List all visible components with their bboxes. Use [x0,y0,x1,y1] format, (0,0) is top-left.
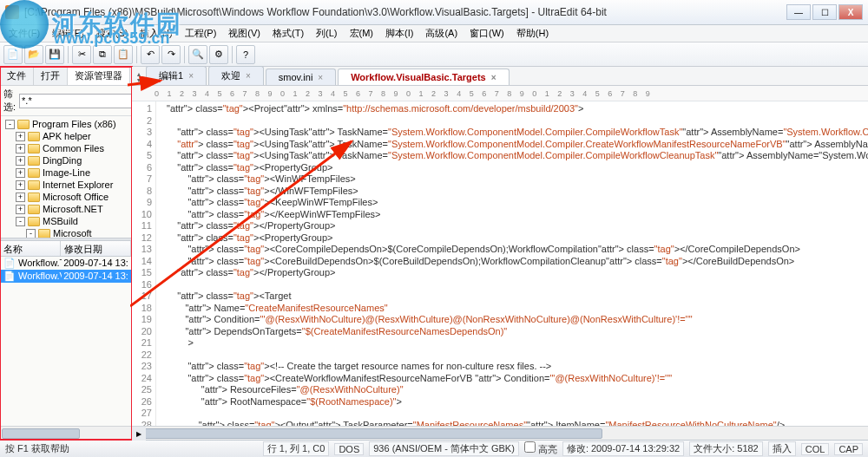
tree-node[interactable]: +Microsoft Office [2,191,129,203]
tree-node[interactable]: -Microsoft [2,227,129,238]
close-button[interactable]: X [838,4,863,20]
tool-find[interactable]: 🔍 [188,45,207,64]
tree-label: Microsoft Office [43,192,108,202]
highlight-checkbox[interactable] [524,441,536,453]
file-col-date[interactable]: 修改日期 [61,241,131,256]
folder-icon [28,132,40,141]
status-modified: 修改: 2009-07-14 13:29:32 [562,441,684,456]
app-icon [5,5,19,19]
tool-settings[interactable]: ⚙ [209,45,228,64]
editor-scroll-h[interactable]: ◀ ▶ [132,426,868,440]
status-eol: DOS [334,443,364,455]
file-list[interactable]: 📄 Workflow.Ta...2009-07-14 13:📄 Workflow… [0,257,131,427]
tree-toggle[interactable]: + [16,156,25,166]
title-bar: [C:\Program Files (x86)\MSBuild\Microsof… [0,0,868,25]
menu-4[interactable]: 工程(P) [180,25,222,42]
editor-tab-0[interactable]: 编辑1× [146,66,207,85]
tree-toggle[interactable]: - [16,217,25,226]
tab-close-icon[interactable]: × [491,73,496,82]
editor-tab-2[interactable]: smov.ini× [266,69,336,85]
menu-0[interactable]: 文件(F) [3,25,45,42]
code-editor[interactable]: "attr"> class="tag"><Project"attr"> xmln… [156,101,868,426]
menu-8[interactable]: 宏(M) [345,25,379,42]
status-position: 行 1, 列 1, C0 [263,441,330,456]
status-filesize: 文件大小: 5182 [689,441,763,456]
status-insert[interactable]: 插入 [768,441,796,456]
tree-node[interactable]: +Image-Line [2,166,129,179]
tree-toggle[interactable]: + [16,168,25,178]
status-col: COL [801,443,830,455]
folder-icon [28,205,40,214]
folder-tree[interactable]: -Program Files (x86)+APK helper+Common F… [0,116,131,238]
menu-7[interactable]: 列(L) [311,25,342,42]
tree-label: Program Files (x86) [32,119,116,129]
tree-node[interactable]: -Program Files (x86) [2,118,129,130]
menu-9[interactable]: 脚本(I) [380,25,418,42]
file-date: 2009-07-14 13: [62,271,129,282]
menu-5[interactable]: 视图(V) [223,25,266,42]
tree-toggle[interactable]: + [16,180,25,190]
side-tab-2[interactable]: 资源管理器 [68,67,130,85]
status-encoding: 936 (ANSI/OEM - 简体中文 GBK) [369,441,519,456]
menu-12[interactable]: 帮助(H) [511,25,554,42]
sidebar: 文件打开资源管理器 筛选: ▸ ↻ -Program Files (x86)+A… [0,67,132,440]
status-help: 按 F1 获取帮助 [5,442,69,455]
folder-icon [28,156,40,166]
folder-icon [38,229,50,238]
folder-icon [28,180,40,190]
sidebar-scroll-h[interactable] [0,426,131,440]
maximize-button[interactable]: ☐ [812,4,837,20]
tree-node[interactable]: +DingDing [2,154,129,166]
filter-input[interactable] [19,94,144,108]
tree-toggle[interactable]: - [5,120,15,129]
tree-label: Image-Line [43,167,90,178]
tab-close-icon[interactable]: × [188,71,194,81]
tool-open[interactable]: 📂 [24,45,43,64]
tree-label: APK helper [43,131,91,141]
folder-icon [28,193,40,202]
tree-label: Microsoft.NET [43,204,103,214]
tree-toggle[interactable]: + [16,132,25,141]
status-highlight: 高亮 [524,441,557,456]
tab-close-icon[interactable]: × [318,73,323,82]
watermark-url: www.pc0359.cn [54,29,169,48]
tree-node[interactable]: +Internet Explorer [2,179,129,191]
file-col-name[interactable]: 名称 [0,241,61,256]
tool-help[interactable]: ? [236,45,255,64]
tree-toggle[interactable]: + [16,144,25,153]
side-tab-1[interactable]: 打开 [34,67,68,85]
tree-toggle[interactable]: + [16,205,25,214]
tab-nav-buttons[interactable]: ▲▼ [134,69,144,85]
tool-new[interactable]: 📄 [3,45,23,64]
tree-node[interactable]: +Microsoft.NET [2,203,129,215]
editor-tab-1[interactable]: 欢迎× [208,66,264,85]
tree-toggle[interactable]: - [26,229,36,238]
tab-close-icon[interactable]: × [246,71,251,81]
tree-label: Internet Explorer [43,180,113,190]
folder-icon [28,168,40,178]
side-tab-0[interactable]: 文件 [0,67,34,85]
status-cap: CAP [834,443,863,455]
menu-6[interactable]: 格式(T) [267,25,309,42]
tree-label: Common Files [43,143,104,153]
line-gutter: 1234567891011121314151617181920212223242… [132,101,156,426]
tree-node[interactable]: +Common Files [2,142,129,154]
menu-11[interactable]: 窗口(W) [464,25,510,42]
minimize-button[interactable]: — [786,4,811,20]
file-row[interactable]: 📄 Workflow.Vi...2009-07-14 13: [0,270,131,283]
window-title: [C:\Program Files (x86)\MSBuild\Microsof… [24,6,786,18]
file-row[interactable]: 📄 Workflow.Ta...2009-07-14 13: [0,257,131,270]
folder-icon [28,217,40,226]
tree-toggle[interactable]: + [16,193,25,202]
editor-tab-3[interactable]: Workflow.VisualBasic.Targets× [338,69,509,85]
menu-10[interactable]: 高级(A) [420,25,463,42]
ruler: 0123456789012345678901234567890123456789 [132,86,868,101]
tree-node[interactable]: -MSBuild [2,215,129,227]
file-name: 📄 Workflow.Ta... [2,258,62,269]
folder-icon [28,144,40,153]
tree-node[interactable]: +APK helper [2,130,129,142]
tab-label: 欢迎 [221,69,240,82]
tab-label: Workflow.VisualBasic.Targets [351,72,485,82]
tab-label: smov.ini [279,72,313,82]
file-name: 📄 Workflow.Vi... [2,271,62,282]
